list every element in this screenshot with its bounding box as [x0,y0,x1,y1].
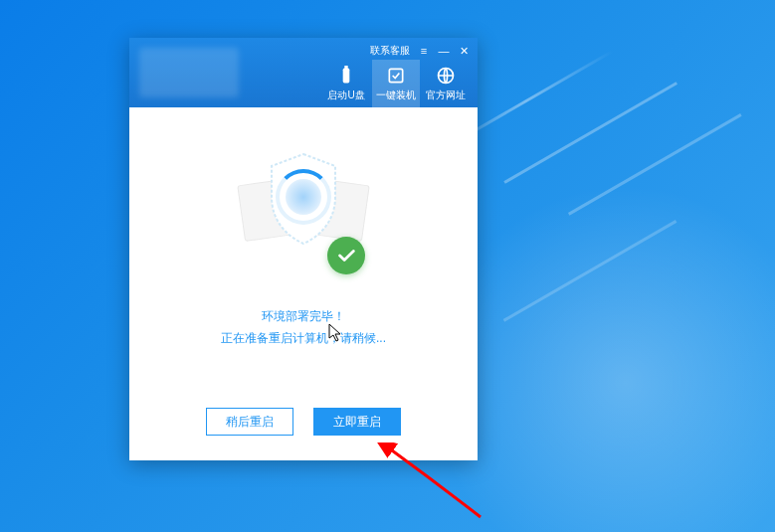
tab-one-click-install[interactable]: 一键装机 [372,60,420,107]
success-check-icon [327,237,365,274]
close-button[interactable]: ✕ [458,45,470,57]
button-row: 稍后重启 立即重启 [129,408,478,436]
tab-label: 启动U盘 [327,89,364,102]
status-subtitle: 正在准备重启计算机，请稍候... [221,328,386,350]
usb-icon [336,66,356,86]
app-window: 联系客服 ≡ ― ✕ 启动U盘 一键装机 官方网址 [129,38,478,460]
app-body: 环境部署完毕！ 正在准备重启计算机，请稍候... 稍后重启 立即重启 [129,107,478,460]
app-logo [139,48,239,97]
titlebar-controls: 联系客服 ≡ ― ✕ [370,44,470,58]
status-title: 环境部署完毕！ [221,306,386,328]
menu-icon[interactable]: ≡ [418,45,430,57]
nav-tabs: 启动U盘 一键装机 官方网址 [322,60,470,107]
tab-label: 官方网址 [426,89,466,102]
minimize-button[interactable]: ― [438,45,450,57]
svg-rect-1 [344,66,347,69]
tab-label: 一键装机 [376,89,416,102]
install-icon [386,66,406,86]
svg-rect-0 [343,68,350,83]
globe-icon [436,66,456,86]
app-header: 联系客服 ≡ ― ✕ 启动U盘 一键装机 官方网址 [129,38,478,107]
tab-official-site[interactable]: 官方网址 [422,60,470,107]
status-graphic [234,147,373,286]
svg-rect-2 [389,69,402,82]
restart-later-button[interactable]: 稍后重启 [206,408,293,436]
status-text: 环境部署完毕！ 正在准备重启计算机，请稍候... [221,306,386,349]
restart-now-button[interactable]: 立即重启 [313,408,401,436]
tab-boot-usb[interactable]: 启动U盘 [322,60,370,107]
contact-support-link[interactable]: 联系客服 [370,44,410,58]
